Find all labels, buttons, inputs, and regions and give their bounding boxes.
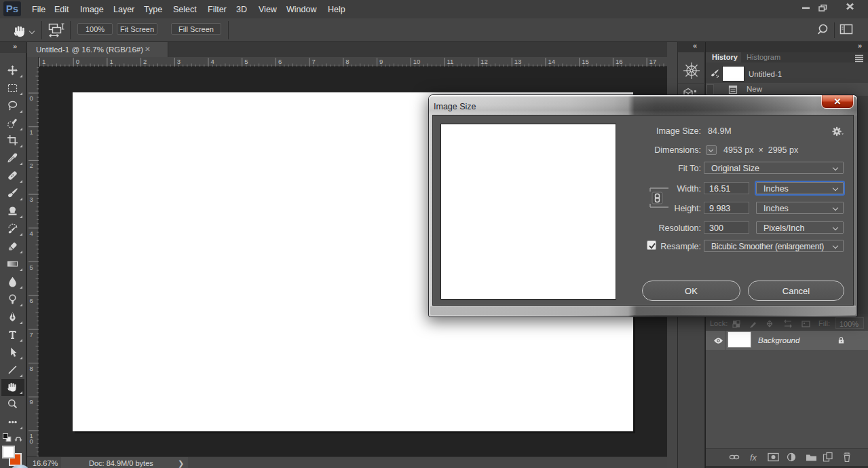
svg-text:15: 15 — [582, 58, 589, 65]
svg-text:13: 13 — [514, 58, 522, 65]
svg-text:1: 1 — [109, 58, 113, 65]
svg-text:4: 4 — [30, 230, 33, 237]
svg-text:7: 7 — [30, 331, 33, 338]
svg-text:5: 5 — [244, 58, 248, 65]
svg-text:9: 9 — [30, 398, 33, 406]
svg-text:4: 4 — [211, 58, 214, 65]
svg-text:11: 11 — [447, 58, 453, 65]
svg-text:16: 16 — [616, 58, 623, 65]
svg-text:2: 2 — [30, 162, 33, 169]
svg-text:0: 0 — [30, 94, 33, 102]
svg-text:3: 3 — [177, 58, 181, 65]
svg-text:6: 6 — [30, 297, 33, 304]
svg-text:8: 8 — [345, 58, 349, 65]
svg-text:9: 9 — [379, 58, 383, 65]
svg-text:6: 6 — [278, 58, 282, 65]
svg-text:0: 0 — [76, 58, 79, 65]
svg-text:12: 12 — [480, 58, 488, 65]
svg-text:8: 8 — [30, 365, 33, 372]
svg-text:17: 17 — [649, 58, 657, 65]
svg-text:fx: fx — [750, 452, 757, 463]
svg-text:0: 0 — [30, 437, 33, 445]
svg-text:1: 1 — [30, 128, 33, 136]
svg-text:5: 5 — [30, 264, 33, 271]
svg-text:1: 1 — [42, 58, 45, 65]
svg-text:10: 10 — [413, 58, 421, 65]
svg-text:7: 7 — [312, 58, 316, 65]
svg-text:2: 2 — [143, 58, 147, 65]
svg-text:14: 14 — [548, 58, 556, 65]
svg-text:3: 3 — [30, 196, 33, 203]
